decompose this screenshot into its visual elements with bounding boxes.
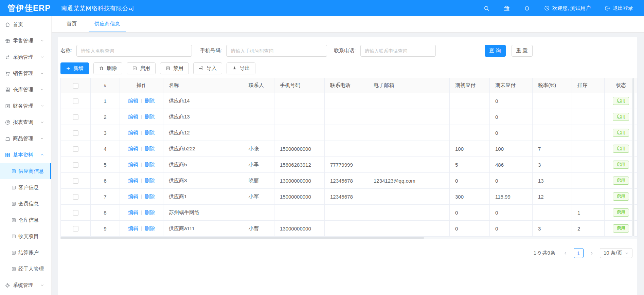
table-row: 7 编辑删除 供应商1 小军 15000000000 12345678 300 … [61, 189, 638, 205]
col-sort: 排序 [572, 78, 605, 93]
cell-contact: 小曹 [243, 221, 274, 237]
delete-link[interactable]: 删除 [145, 114, 155, 119]
mobile-input[interactable] [226, 45, 327, 57]
cell-closing: 486 [490, 157, 533, 173]
welcome-text: 欢迎您, 测试用户 [552, 5, 591, 12]
import-icon [199, 66, 204, 71]
cell-tax: 12 [533, 189, 572, 205]
row-checkbox[interactable] [73, 114, 78, 120]
document-icon [11, 185, 16, 190]
edit-link[interactable]: 编辑 [128, 162, 138, 167]
search-icon[interactable] [483, 5, 490, 12]
cell-closing: 0 [490, 205, 533, 221]
page-size-select[interactable]: 10 条/页 [600, 248, 632, 258]
name-input[interactable] [76, 45, 192, 57]
sidebar-subitem-warehouse-info[interactable]: 仓库信息 [0, 212, 51, 228]
tab-home[interactable]: 首页 [61, 16, 83, 32]
cell-sort [572, 141, 605, 157]
row-checkbox[interactable] [73, 98, 78, 104]
cell-name: 供应商13 [163, 109, 243, 125]
cell-opening: 5 [450, 157, 490, 173]
horizontal-scrollbar[interactable] [60, 237, 637, 239]
delete-link[interactable]: 删除 [145, 178, 155, 183]
delete-link[interactable]: 删除 [145, 98, 155, 104]
row-checkbox[interactable] [73, 130, 78, 136]
pie-chart-icon [5, 119, 11, 125]
cell-opening: 100 [450, 141, 490, 157]
delete-link[interactable]: 删除 [145, 130, 155, 135]
cell-name: 供应商14 [163, 93, 243, 109]
delete-link[interactable]: 删除 [145, 146, 155, 151]
sidebar-subitem-handler-management[interactable]: 经手人管理 [0, 261, 51, 277]
welcome-user[interactable]: 欢迎您, 测试用户 [544, 5, 591, 12]
sidebar-item-warehouse[interactable]: 仓库管理 [0, 81, 51, 98]
export-button[interactable]: 导出 [227, 62, 255, 74]
cell-name: 苏州蜗牛网络 [163, 205, 243, 221]
sidebar-item-basic-data[interactable]: 基本资料 [0, 147, 51, 163]
col-closing: 期末应付 [490, 78, 533, 93]
cell-opening [450, 109, 490, 125]
row-checkbox[interactable] [73, 194, 78, 200]
delete-link[interactable]: 删除 [145, 162, 155, 167]
sidebar-item-purchase[interactable]: 采购管理 [0, 49, 51, 65]
disable-button[interactable]: 禁用 [160, 62, 189, 74]
next-page-button[interactable] [587, 248, 596, 258]
import-button[interactable]: 导入 [193, 62, 222, 74]
vertical-scrollbar[interactable] [632, 78, 634, 237]
sidebar-item-sales[interactable]: 销售管理 [0, 65, 51, 81]
sidebar-subitem-income-expense[interactable]: 收支项目 [0, 228, 51, 244]
table-body: 1 编辑删除 供应商14 0 启用 2 编辑删除 供应商13 0 启用 3 [61, 93, 638, 237]
edit-link[interactable]: 编辑 [128, 178, 138, 183]
edit-link[interactable]: 编辑 [128, 225, 138, 231]
row-checkbox[interactable] [73, 146, 78, 152]
sidebar-item-finance[interactable]: 财务管理 [0, 98, 51, 114]
delete-link[interactable]: 删除 [145, 209, 155, 215]
bank-icon[interactable] [503, 5, 510, 12]
sidebar-subitem-member-info[interactable]: 会员信息 [0, 196, 51, 212]
delete-button[interactable]: 删除 [93, 62, 122, 74]
cell-index: 9 [91, 221, 120, 237]
delete-link[interactable]: 删除 [145, 193, 155, 199]
row-checkbox[interactable] [73, 210, 78, 216]
cell-index: 3 [91, 125, 120, 141]
edit-link[interactable]: 编辑 [128, 146, 138, 151]
clock-icon [544, 5, 550, 11]
sidebar-subitem-settlement-account[interactable]: 结算账户 [0, 244, 51, 261]
logout-button[interactable]: 退出登录 [604, 5, 633, 12]
bell-icon[interactable] [524, 5, 530, 12]
prev-page-button[interactable] [561, 248, 570, 258]
sidebar-item-retail[interactable]: 零售管理 [0, 33, 51, 49]
sidebar-item-system[interactable]: 系统管理 [0, 277, 51, 293]
cell-mobile: 13000000000 [274, 221, 325, 237]
sidebar-item-report[interactable]: 报表查询 [0, 114, 51, 130]
cell-mobile: 13000000000 [274, 173, 325, 189]
row-checkbox[interactable] [73, 226, 78, 232]
enable-button[interactable]: 启用 [127, 62, 156, 74]
cell-index: 8 [91, 205, 120, 221]
sidebar-item-home[interactable]: 首页 [0, 16, 51, 33]
tab-supplier-info[interactable]: 供应商信息 [89, 16, 126, 32]
edit-link[interactable]: 编辑 [128, 193, 138, 199]
row-checkbox[interactable] [73, 162, 78, 168]
query-button[interactable]: 查 询 [485, 45, 506, 57]
cell-tel: 12345678 [325, 173, 368, 189]
row-checkbox[interactable] [73, 178, 78, 184]
cell-mobile: 15000000000 [274, 189, 325, 205]
sidebar-subitem-supplier-info[interactable]: 供应商信息 [0, 163, 51, 179]
edit-link[interactable]: 编辑 [128, 130, 138, 135]
page-number-1[interactable]: 1 [574, 248, 584, 258]
cell-name: 供应商5 [163, 157, 243, 173]
col-name: 名称 [163, 78, 243, 93]
company-name: 南通某某网络科技有限公司 [61, 4, 135, 12]
chevron-down-icon [40, 55, 44, 59]
sidebar-item-goods[interactable]: 商品管理 [0, 130, 51, 147]
tel-input[interactable] [360, 45, 436, 57]
edit-link[interactable]: 编辑 [128, 209, 138, 215]
sidebar-subitem-customer-info[interactable]: 客户信息 [0, 179, 51, 196]
reset-button[interactable]: 重 置 [512, 45, 533, 57]
add-button[interactable]: 新增 [60, 62, 89, 74]
select-all-checkbox[interactable] [73, 83, 78, 89]
edit-link[interactable]: 编辑 [128, 98, 138, 104]
delete-link[interactable]: 删除 [145, 225, 155, 231]
edit-link[interactable]: 编辑 [128, 114, 138, 119]
